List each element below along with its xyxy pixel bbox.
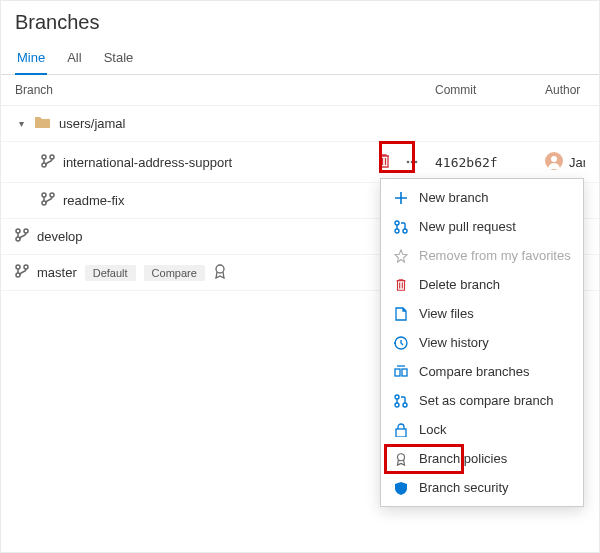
menu-label: New pull request bbox=[419, 219, 516, 234]
menu-branch-policies[interactable]: Branch policies bbox=[381, 444, 583, 473]
author-name: Jamal bbox=[569, 155, 585, 170]
pull-request-icon bbox=[393, 220, 409, 234]
menu-remove-favorite: Remove from my favorites bbox=[381, 241, 583, 270]
history-icon bbox=[393, 336, 409, 350]
chevron-down-icon[interactable]: ▾ bbox=[15, 118, 27, 129]
branch-name: readme-fix bbox=[63, 193, 124, 208]
branch-icon bbox=[15, 228, 29, 245]
file-icon bbox=[393, 307, 409, 321]
rosette-icon bbox=[213, 263, 227, 282]
branch-icon bbox=[15, 264, 29, 281]
menu-label: Lock bbox=[419, 422, 446, 437]
branch-name: international-address-support bbox=[63, 155, 232, 170]
menu-compare-branches[interactable]: Compare branches bbox=[381, 357, 583, 386]
folder-row[interactable]: ▾ users/jamal bbox=[1, 106, 599, 142]
tab-stale[interactable]: Stale bbox=[102, 44, 136, 74]
table-header: Branch Commit Author bbox=[1, 75, 599, 106]
tab-all[interactable]: All bbox=[65, 44, 83, 74]
folder-name: users/jamal bbox=[59, 116, 125, 131]
column-commit[interactable]: Commit bbox=[435, 83, 545, 97]
branch-icon bbox=[41, 192, 55, 209]
menu-label: View files bbox=[419, 306, 474, 321]
menu-view-files[interactable]: View files bbox=[381, 299, 583, 328]
branch-icon bbox=[41, 154, 55, 171]
menu-delete-branch[interactable]: Delete branch bbox=[381, 270, 583, 299]
trash-icon[interactable] bbox=[377, 153, 391, 172]
tab-mine[interactable]: Mine bbox=[15, 44, 47, 75]
branches-page: Branches Mine All Stale Branch Commit Au… bbox=[0, 0, 600, 553]
menu-label: Remove from my favorites bbox=[419, 248, 571, 263]
plus-icon bbox=[393, 191, 409, 205]
more-actions-button[interactable] bbox=[399, 150, 425, 174]
menu-view-history[interactable]: View history bbox=[381, 328, 583, 357]
menu-label: Compare branches bbox=[419, 364, 530, 379]
shield-icon bbox=[393, 481, 409, 495]
compare-badge: Compare bbox=[144, 265, 205, 281]
trash-icon bbox=[393, 278, 409, 292]
branch-context-menu: New branch New pull request Remove from … bbox=[380, 178, 584, 507]
page-title: Branches bbox=[1, 1, 599, 38]
lock-icon bbox=[393, 423, 409, 437]
menu-label: New branch bbox=[419, 190, 488, 205]
column-author[interactable]: Author bbox=[545, 83, 585, 97]
rosette-icon bbox=[393, 452, 409, 466]
menu-label: Branch policies bbox=[419, 451, 507, 466]
menu-label: Set as compare branch bbox=[419, 393, 553, 408]
menu-label: View history bbox=[419, 335, 489, 350]
avatar bbox=[545, 152, 563, 173]
folder-icon bbox=[35, 115, 51, 132]
branch-row-intl[interactable]: international-address-support 4162b62f J… bbox=[1, 142, 599, 183]
menu-new-branch[interactable]: New branch bbox=[381, 183, 583, 212]
default-badge: Default bbox=[85, 265, 136, 281]
menu-set-compare[interactable]: Set as compare branch bbox=[381, 386, 583, 415]
branch-name: master bbox=[37, 265, 77, 280]
pull-request-icon bbox=[393, 394, 409, 408]
menu-lock[interactable]: Lock bbox=[381, 415, 583, 444]
column-branch[interactable]: Branch bbox=[15, 83, 355, 97]
commit-hash[interactable]: 4162b62f bbox=[435, 155, 545, 170]
branches-tabs: Mine All Stale bbox=[1, 38, 599, 75]
menu-new-pr[interactable]: New pull request bbox=[381, 212, 583, 241]
compare-icon bbox=[393, 365, 409, 379]
menu-label: Delete branch bbox=[419, 277, 500, 292]
menu-branch-security[interactable]: Branch security bbox=[381, 473, 583, 502]
star-outline-icon bbox=[393, 249, 409, 263]
branch-name: develop bbox=[37, 229, 83, 244]
menu-label: Branch security bbox=[419, 480, 509, 495]
